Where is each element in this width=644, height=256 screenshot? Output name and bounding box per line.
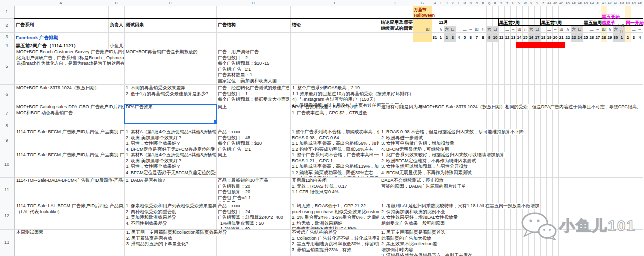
header-conclusion[interactable]: 结论 [292, 22, 301, 28]
cell-E7[interactable]: DPA广告效果很差，ROAS 不到1 1. 广告成本过高，CPC $2，CTR过… [292, 104, 379, 122]
row-header-4[interactable]: 4 [0, 42, 13, 49]
row-header-8[interactable]: 8 [0, 123, 13, 129]
row-header-9[interactable]: 9 [0, 129, 13, 152]
day-of-week[interactable]: 五 [565, 27, 571, 33]
date-number[interactable]: 15 [522, 35, 528, 41]
day-of-week[interactable]: 二 [589, 27, 595, 33]
date-number[interactable]: 3 [450, 35, 456, 41]
label-november[interactable]: 11月 [439, 20, 448, 26]
column-header-E[interactable]: E [328, 1, 343, 6]
label-halloween[interactable]: 万圣节 Halloween [414, 7, 435, 18]
cell-D11[interactable]: 产品：最畅销的30个产品 广告组数目：20 广告组预算：20 广告组:广告=1:… [218, 178, 289, 202]
column-header-AB[interactable]: AB [552, 1, 558, 6]
date-number[interactable]: 8 [480, 35, 486, 41]
date-number[interactable]: 3 [631, 35, 637, 41]
date-number[interactable]: 12 [504, 35, 510, 41]
column-header-C[interactable]: C [163, 1, 178, 6]
date-number[interactable]: 22 [565, 35, 571, 41]
column-header-X[interactable]: X [528, 1, 534, 6]
column-header-T[interactable]: T [504, 1, 510, 6]
cell-A6[interactable]: MOF+BOF-Sale-8376-1024（投放日期） [16, 85, 124, 103]
column-header-Y[interactable]: Y [534, 1, 540, 6]
cell-C12[interactable]: 1. 像素相似受众和用户列表相似受众效果差异? 2. 两种相似受众的重合度 3.… [126, 203, 216, 229]
column-header-V[interactable]: V [516, 1, 522, 6]
day-of-week[interactable]: 三 [552, 27, 558, 33]
column-header-AJ[interactable]: AJ [601, 1, 607, 6]
column-header-R[interactable]: R [492, 1, 498, 6]
cell-F12[interactable]: 1. 考虑到LAL延迟归因乘数比较特殊，只有1.18 LAL在黑五网一投放量不做… [381, 203, 540, 229]
sheet-title-facebook-schedule[interactable]: Facebook 广告排期 [16, 35, 58, 41]
cell-E6[interactable]: 1. 整个广告系列ROAS最高，2.191.1 效果最好的且超过10万的再营销受… [292, 85, 414, 103]
column-header-AL[interactable]: AL [613, 1, 619, 6]
cell-A10[interactable]: 1114-TOF-Sale-BFCM-广告账户ID后四位-产品类别-广告类别-广… [16, 152, 124, 177]
column-header-AD[interactable]: AD [565, 1, 571, 6]
date-number[interactable]: 28 [601, 35, 607, 41]
column-header-AP[interactable]: AP [637, 1, 643, 6]
header-ad-structure[interactable]: 广告结构 [218, 22, 236, 28]
day-of-week[interactable]: 六 [528, 27, 534, 33]
day-of-week[interactable]: 日 [492, 27, 498, 33]
row-header-3[interactable]: 3 [0, 32, 13, 42]
label-period[interactable]: 黑五前1周 [541, 20, 562, 26]
cell-A12[interactable]: 1114-TOF-Sale-LAL-BFCM-广告账户ID后四位-产品类别-广告… [16, 203, 124, 229]
cell-C11[interactable]: 1. DABA 是否有效? [126, 178, 216, 202]
date-number[interactable]: 31 [432, 35, 438, 41]
cell-A7[interactable]: MOF+BOF-Catalog sales-DPA-CBO-广告账户ID后四位M… [16, 104, 124, 122]
day-of-week[interactable]: 五 [438, 27, 444, 33]
cell-C6[interactable]: 1. 不同的再营销受众效果差异 2. 低于1万的再营销受众最佳预算是多少? [126, 85, 216, 103]
date-number[interactable]: 14 [516, 35, 522, 41]
cell-A13[interactable]: 本周测试因素 [16, 230, 124, 255]
day-of-week[interactable]: 三 [510, 27, 516, 33]
date-number[interactable]: 25 [583, 35, 589, 41]
day-of-week[interactable]: 五 [480, 27, 486, 33]
header-test-factors[interactable]: 测试因素 [126, 22, 144, 28]
column-header-L[interactable]: L [456, 1, 462, 6]
cell-D6[interactable]: 广告：经过转化广告测试的最佳广告素材 广告组数目：1 每个广告组预算：根据受众大… [218, 85, 289, 103]
date-number[interactable]: 5 [462, 35, 468, 41]
column-header-AF[interactable]: AF [577, 1, 583, 6]
label-period[interactable]: 黑五当周 [584, 20, 602, 26]
day-of-week[interactable]: 五 [607, 27, 613, 33]
cell-E9[interactable]: 1.整个广告系列均不合格，加购成功率高，但是 ROAS 0.98，CPC 0.6… [292, 129, 379, 151]
date-number[interactable]: 27 [595, 35, 601, 41]
date-number[interactable]: 30 [613, 35, 619, 41]
date-number[interactable]: 13 [510, 35, 516, 41]
day-of-week[interactable]: 一 [498, 27, 504, 33]
cell-F7[interactable]: 这很有可能是因为与MOF+BOF-Sale-8376-1024（投放日期）相同的… [381, 104, 642, 123]
day-of-week[interactable]: 四 [601, 27, 607, 33]
date-number[interactable]: 23 [571, 35, 577, 41]
label-period[interactable]: 黑五前2周 [499, 20, 520, 26]
date-number[interactable]: 20 [552, 35, 558, 41]
column-header-W[interactable]: W [522, 1, 528, 6]
column-header-N[interactable]: N [468, 1, 474, 6]
cell-B4-owner[interactable]: 小鱼儿 [110, 43, 123, 49]
cell-C13[interactable]: 1. 黑五网一专用着陆页和collection着陆页效果差异2. 黑五着陆页是否… [126, 230, 228, 255]
day-of-week[interactable]: 二 [546, 27, 552, 33]
row-header-1[interactable]: 1 [0, 6, 13, 18]
day-of-week[interactable]: 三 [637, 27, 643, 33]
column-header-H[interactable]: H [432, 1, 438, 6]
column-header-J[interactable]: J [444, 1, 450, 6]
column-header-P[interactable]: P [480, 1, 486, 6]
date-number[interactable]: 4 [637, 35, 643, 41]
column-header-AC[interactable]: AC [558, 1, 565, 6]
day-of-week[interactable]: 六 [613, 27, 619, 33]
day-of-week[interactable]: 四 [516, 27, 522, 33]
column-header-U[interactable]: U [510, 1, 516, 6]
column-header-AI[interactable]: AI [595, 1, 601, 6]
label-period[interactable]: 网一开始 [626, 20, 644, 26]
column-header-G[interactable]: G [415, 1, 430, 6]
column-header-AG[interactable]: AG [583, 1, 589, 6]
cell-E12[interactable]: 1. 均无效，ROAS低于1，CPP 21.22 pixel using pur… [292, 203, 379, 229]
column-header-Z[interactable]: Z [540, 1, 546, 6]
row-header-2[interactable]: 2 [0, 18, 13, 32]
selection-fill-handle[interactable] [214, 120, 216, 123]
selected-cell-outline[interactable] [124, 104, 217, 124]
cell-D12[interactable]: 产品：xxxx 广告组数目：24 广告组预算：总预算$240*2=480 1%相… [218, 203, 289, 229]
day-of-week[interactable]: 一 [625, 27, 631, 33]
date-number[interactable]: 11 [498, 35, 504, 41]
column-header-I[interactable]: I [438, 1, 444, 6]
day-of-week[interactable]: 四 [558, 27, 565, 33]
cell-D10[interactable]: 同上 [218, 152, 289, 177]
column-header-AE[interactable]: AE [571, 1, 577, 6]
